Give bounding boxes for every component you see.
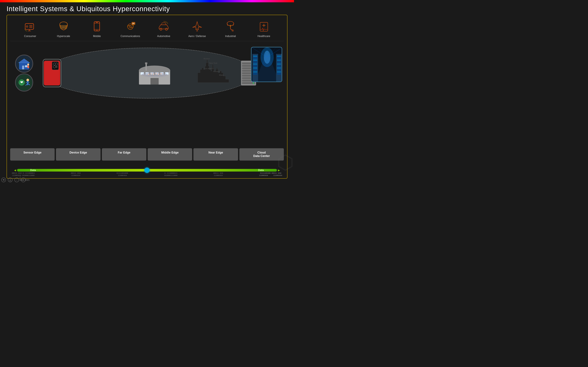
consumer-icon [24,20,37,33]
svg-line-23 [197,30,197,32]
svg-rect-36 [22,66,24,69]
svg-rect-125 [277,73,281,75]
svg-point-38 [27,64,29,66]
svg-point-58 [56,63,57,65]
icon-item-automotive: Automotive [147,20,181,38]
svg-text:Boston: Boston [204,58,210,60]
nav-icon-2[interactable]: △ [8,178,12,182]
aero-defense-icon [190,20,204,33]
svg-rect-114 [253,73,257,75]
svg-line-24 [197,30,198,32]
svg-rect-62 [150,78,159,84]
icon-item-consumer: Consumer [13,20,47,38]
consumer-label: Consumer [24,35,36,38]
far-edge-label: Far Edge [102,148,146,161]
svg-rect-106 [253,58,257,59]
svg-rect-52 [52,62,59,70]
svg-point-71 [141,72,168,77]
svg-rect-118 [277,59,281,61]
svg-text:❤: ❤ [20,80,23,84]
svg-point-57 [54,63,55,65]
city-image: Boston New York Los Angeles Houston Miam… [197,56,230,90]
svg-rect-119 [277,61,281,63]
svg-rect-105 [253,56,257,57]
icon-item-industrial: Industrial [214,20,247,38]
automotive-label: Automotive [157,35,170,38]
healthcare-icon [257,20,270,33]
svg-text:New York: New York [209,62,217,64]
svg-rect-16 [96,22,98,23]
svg-point-22 [165,28,167,30]
svg-point-28 [232,30,233,31]
svg-point-101 [253,83,254,83]
data-flow-section: ◄ ► Data Data 000111 1010 11 11110000011… [10,169,284,177]
mobile-label: Mobile [93,35,101,38]
svg-rect-122 [277,67,281,69]
svg-rect-113 [253,71,257,73]
content-box: Consumer Hyperscale [7,15,287,179]
nav-icon-3[interactable]: ··· [14,178,19,182]
svg-rect-121 [277,65,281,67]
svg-rect-112 [253,69,257,71]
svg-line-27 [231,29,233,30]
device-edge-label: Device Edge [56,148,100,161]
svg-rect-124 [277,71,281,73]
svg-point-77 [161,73,162,74]
icons-row: Consumer Hyperscale [10,18,284,41]
mobile-icon [90,20,104,33]
icon-item-healthcare: Healthcare [247,20,281,38]
nav-icon-1[interactable]: ⟲ [1,178,6,182]
aero-defense-label: Aero / Defense [188,35,206,38]
communications-icon: 5G [124,20,137,33]
near-edge-label: Near Edge [193,148,238,161]
svg-point-43 [26,79,29,81]
hyperscale-icon [57,20,70,33]
venue-image [136,60,173,86]
svg-rect-117 [277,58,281,59]
svg-point-1 [26,25,28,27]
svg-point-21 [160,28,162,30]
sensor-image-1 [15,55,33,73]
icon-item-communications: 5G Communications [114,20,147,38]
diagram-area: ❤ [10,44,284,102]
datacenter-image [251,47,282,82]
icon-item-mobile: Mobile [80,20,114,38]
arrow-row: ◄ ► Data Data [13,169,281,172]
svg-point-11 [65,28,66,28]
svg-text:Houston: Houston [213,71,220,72]
communications-label: Communications [121,35,140,38]
svg-text:Los Angeles: Los Angeles [204,68,214,69]
svg-rect-39 [27,66,29,68]
icon-item-hyperscale: Hyperscale [47,20,80,38]
svg-point-72 [148,74,149,75]
svg-rect-108 [253,61,257,63]
svg-rect-110 [253,65,257,67]
sensor-images: ❤ [15,55,33,92]
page-title: Intelligent Systems & Ubiquitous Hyperco… [7,5,170,13]
svg-rect-107 [253,59,257,61]
svg-rect-123 [277,69,281,71]
data-label-right: Data [258,169,264,172]
data-label-left: Data [30,169,36,172]
svg-point-74 [153,74,154,75]
hex-watermark: ⬡ [277,151,294,174]
icon-item-aero-defense: Aero / Defense [181,20,214,38]
svg-point-56 [56,66,57,68]
dac-label: 2 DAC 2021 [20,179,30,181]
svg-point-76 [158,74,159,75]
hyperscale-label: Hyperscale [57,35,70,38]
svg-rect-120 [277,63,281,65]
svg-rect-116 [277,56,281,57]
middle-edge-label: Middle Edge [148,148,192,161]
binary-data-row: 000111 1010 11 111100000111110001010 101… [10,172,284,177]
left-arrow-icon: ◄ [13,168,17,172]
rainbow-bar [0,0,294,2]
svg-rect-70 [145,62,147,64]
industrial-icon [224,20,237,33]
sensor-image-2: ❤ [15,74,33,92]
healthcare-label: Healthcare [258,35,270,38]
svg-point-75 [156,73,157,74]
svg-rect-69 [146,63,147,71]
svg-text:Miami: Miami [219,74,224,76]
svg-point-73 [151,73,152,74]
